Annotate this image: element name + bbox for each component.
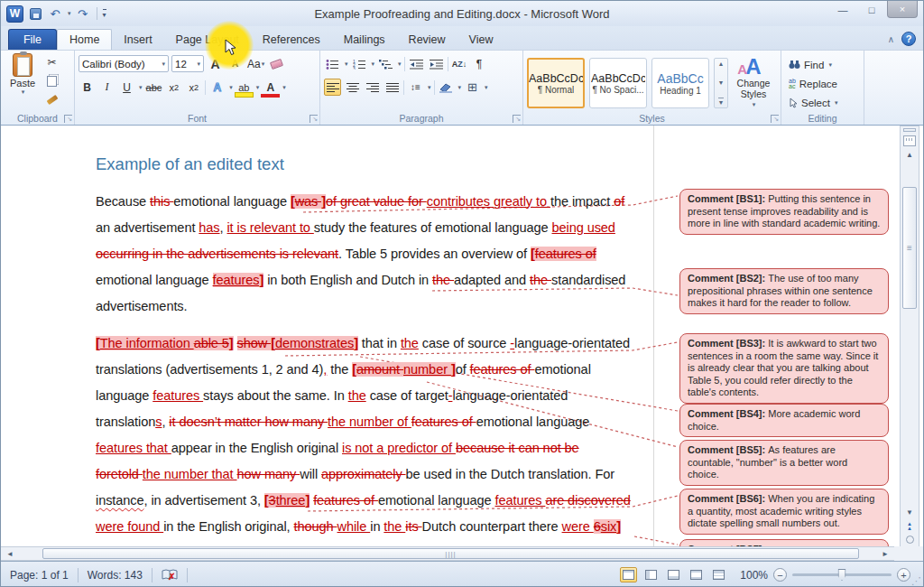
document-area[interactable]: Example of an edited text Because this e… xyxy=(1,126,894,546)
font-color-button[interactable]: A xyxy=(262,79,279,96)
word-app-icon[interactable]: W xyxy=(6,5,23,23)
select-button[interactable]: Select▾ xyxy=(789,94,860,111)
comment-bs1[interactable]: Comment [BS1]: Putting this sentence in … xyxy=(679,189,889,235)
underline-button[interactable]: U xyxy=(118,79,135,96)
styles-dialog-launcher[interactable]: ↘ xyxy=(771,115,779,123)
document-text[interactable]: Example of an edited text Because this e… xyxy=(96,154,673,540)
increase-indent-button[interactable] xyxy=(428,55,445,72)
tab-references[interactable]: References xyxy=(251,29,332,50)
word-count[interactable]: Words: 143 xyxy=(79,566,152,584)
maximize-button[interactable]: □ xyxy=(858,1,885,18)
previous-page-button[interactable]: ▲▲ xyxy=(901,519,918,533)
comment-bs4[interactable]: Comment [BS4]: More academic word choice… xyxy=(679,404,889,437)
show-hide-pilcrow-button[interactable]: ¶ xyxy=(471,55,488,72)
shrink-font-button[interactable]: A xyxy=(226,55,244,72)
align-left-button[interactable] xyxy=(324,79,341,96)
subscript-button[interactable]: x2 xyxy=(165,79,182,96)
horizontal-scroll-thumb[interactable] xyxy=(42,548,859,559)
change-styles-button[interactable]: AA Change Styles ▾ xyxy=(733,56,774,110)
comment-bs2[interactable]: Comment [BS2]: The use of too many prepo… xyxy=(679,268,889,314)
undo-dropdown-caret[interactable]: ▾ xyxy=(68,10,71,17)
scroll-left-arrow[interactable]: ◄ xyxy=(1,550,19,558)
justify-button[interactable] xyxy=(383,79,401,96)
format-painter-button[interactable] xyxy=(43,91,60,108)
numbering-button[interactable]: 123 xyxy=(351,55,368,72)
change-case-button[interactable]: Aa▾ xyxy=(246,55,265,72)
borders-button[interactable]: ⊞ xyxy=(464,79,481,96)
comment-bs7[interactable]: Comment [BS7]: xyxy=(679,539,889,546)
decrease-indent-button[interactable] xyxy=(408,55,425,72)
scroll-up-arrow[interactable]: ▲ xyxy=(901,148,918,162)
comment-bs5[interactable]: Comment [BS5]: As features are countable… xyxy=(679,440,889,486)
minimize-button[interactable]: — xyxy=(829,1,856,18)
align-right-button[interactable] xyxy=(364,79,381,96)
scroll-right-arrow[interactable]: ► xyxy=(876,550,894,558)
style-heading-1[interactable]: AaBbCcHeading 1 xyxy=(651,58,709,108)
redo-button[interactable]: ↷ xyxy=(75,5,91,22)
line-spacing-button[interactable]: ↕≡ xyxy=(407,79,424,96)
zoom-level[interactable]: 100% xyxy=(740,569,768,582)
clipboard-dialog-launcher[interactable]: ↘ xyxy=(64,115,72,123)
font-name-select[interactable]: Calibri (Body)▾ xyxy=(79,55,169,72)
grow-font-button[interactable]: A xyxy=(207,55,224,72)
cut-button[interactable]: ✂ xyxy=(43,53,60,70)
italic-button[interactable]: I xyxy=(98,79,116,96)
tab-insert[interactable]: Insert xyxy=(112,29,163,50)
tab-review[interactable]: Review xyxy=(397,29,457,50)
tab-mailings[interactable]: Mailings xyxy=(332,29,397,50)
view-outline-button[interactable] xyxy=(688,567,705,582)
style--no-spaci-[interactable]: AaBbCcDc¶ No Spaci... xyxy=(589,58,647,108)
view-print-layout-button[interactable] xyxy=(620,567,637,582)
styles-gallery-scroll[interactable]: ▲▼▼ xyxy=(714,58,728,108)
strikethrough-button[interactable]: abc xyxy=(145,79,163,96)
paste-button[interactable]: Paste ▾ xyxy=(5,53,41,108)
view-web-layout-button[interactable] xyxy=(665,567,682,582)
close-button[interactable]: × xyxy=(887,1,918,18)
font-dialog-launcher[interactable]: ↘ xyxy=(310,115,318,123)
tab-home[interactable]: Home xyxy=(57,29,112,50)
paragraph-dialog-launcher[interactable]: ↘ xyxy=(513,115,521,123)
help-icon[interactable]: ? xyxy=(901,32,916,46)
tab-page-layout[interactable]: Page Layout xyxy=(164,29,251,50)
align-center-button[interactable] xyxy=(344,79,361,96)
tab-file[interactable]: File xyxy=(8,29,57,50)
tab-view[interactable]: View xyxy=(457,29,505,50)
minimize-ribbon-icon[interactable]: ∧ xyxy=(888,34,894,44)
shading-button[interactable] xyxy=(438,79,455,96)
comment-bs6[interactable]: Comment [BS6]: When you are indicating a… xyxy=(679,489,889,535)
ruler-toggle-icon[interactable] xyxy=(903,135,916,146)
save-button[interactable] xyxy=(27,5,43,22)
zoom-out-button[interactable]: − xyxy=(773,568,787,582)
vertical-scrollbar[interactable]: ▲ ▼ ▲▲ ▼▼ xyxy=(900,126,919,561)
highlight-color-button[interactable]: ab xyxy=(236,79,253,96)
comment-bs3[interactable]: Comment [BS3]: It is awkward to start tw… xyxy=(679,333,889,404)
proofing-errors-button[interactable]: ✗ xyxy=(152,566,187,584)
resize-grip-icon[interactable]: ⋰ xyxy=(911,575,921,587)
text-effects-button[interactable]: A xyxy=(208,79,226,96)
zoom-slider-track[interactable] xyxy=(792,573,892,576)
undo-button[interactable]: ↶ xyxy=(47,5,63,22)
zoom-slider-thumb[interactable] xyxy=(838,569,846,581)
superscript-button[interactable]: x2 xyxy=(185,79,202,96)
browse-object-button[interactable] xyxy=(901,533,918,546)
vertical-scroll-thumb[interactable] xyxy=(902,187,917,309)
customize-qat-button[interactable]: ▾ xyxy=(103,9,106,19)
clear-formatting-button[interactable] xyxy=(268,55,285,72)
vertical-scroll-track[interactable] xyxy=(901,162,918,506)
horizontal-scrollbar[interactable]: ◄ ► xyxy=(1,546,894,561)
split-handle[interactable] xyxy=(903,128,916,132)
view-full-screen-button[interactable] xyxy=(642,567,660,582)
multilevel-list-button[interactable] xyxy=(377,55,394,72)
page-count[interactable]: Page: 1 of 1 xyxy=(1,566,78,584)
replace-button[interactable]: abac Replace xyxy=(789,75,860,92)
scroll-down-arrow[interactable]: ▼ xyxy=(901,506,918,519)
copy-button[interactable] xyxy=(43,72,60,89)
bold-button[interactable]: B xyxy=(79,79,96,96)
find-button[interactable]: Find▾ xyxy=(789,56,860,73)
zoom-in-button[interactable]: + xyxy=(897,568,910,582)
view-draft-button[interactable] xyxy=(710,567,727,582)
style--normal[interactable]: AaBbCcDc¶ Normal xyxy=(527,58,585,108)
font-size-select[interactable]: 12▾ xyxy=(171,55,204,72)
sort-button[interactable]: AZ↓ xyxy=(451,55,468,72)
bullets-button[interactable] xyxy=(324,55,341,72)
